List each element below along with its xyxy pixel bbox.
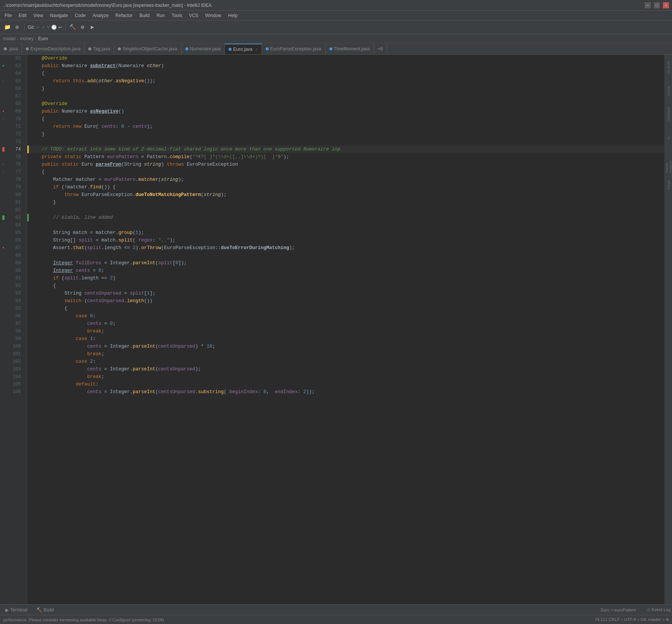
line-num-text: 91 <box>16 274 21 282</box>
menu-item-code[interactable]: Code <box>72 12 89 19</box>
code-text: // TODO: extract into some kind of 2-dec… <box>30 146 340 153</box>
code-text: { <box>30 305 67 312</box>
line-number-70: ▷70 <box>0 115 24 123</box>
tab-expensedescription-java[interactable]: ExpenseDescription.java <box>22 44 85 54</box>
code-text: if (split.length == 2) <box>30 274 116 282</box>
breadcrumb-item-model[interactable]: model <box>3 36 16 41</box>
toolbar-icon-build[interactable]: 🔨 <box>69 23 77 31</box>
bottom-tab-build[interactable]: 🔨 Build <box>33 607 58 613</box>
tab-euro-java[interactable]: Euro.java× <box>225 44 262 54</box>
side-icon-m[interactable]: m <box>665 127 672 149</box>
gutter-icon-105 <box>1 382 6 387</box>
line-number-87: ●87 <box>0 244 24 252</box>
toolbar-icon-debug[interactable]: ▶ <box>88 23 97 31</box>
code-text: } <box>30 130 45 138</box>
git-check-icon: ✓ <box>36 25 40 30</box>
menu-item-help[interactable]: Help <box>225 12 241 19</box>
menu-item-vcs[interactable]: VCS <box>186 12 202 19</box>
line-number-77: ▷77 <box>0 168 24 176</box>
toolbar-icon-run[interactable]: ⚙ <box>78 23 87 31</box>
menu-item-file[interactable]: File <box>2 12 15 19</box>
code-text: case 1: <box>30 335 96 343</box>
toolbar-icon-settings[interactable]: ⚙ <box>13 23 21 31</box>
side-icon-database[interactable]: Database <box>665 103 672 126</box>
line-number-81: 81 <box>0 199 24 206</box>
line-num-text: 62 <box>16 55 21 62</box>
tab-europarseexception-java[interactable]: EuroParseException.java <box>262 44 326 54</box>
tab-tag-java[interactable]: Tag.java <box>85 44 114 54</box>
menu-item-view[interactable]: View <box>30 12 46 19</box>
code-line-84 <box>27 221 664 229</box>
side-icon-maven[interactable]: Maven Projects <box>665 150 672 173</box>
tab--java[interactable]: .java <box>0 44 22 54</box>
breadcrumb: model›money›Euro <box>0 34 672 43</box>
tab-dot <box>229 48 232 51</box>
gutter-icon-86 <box>1 238 6 243</box>
code-text: @Override <box>30 100 67 108</box>
line-number-88: 88 <box>0 252 24 259</box>
code-line-90: Integer cents = 0; <box>27 267 664 274</box>
menu-item-refactor[interactable]: Refactor <box>113 12 136 19</box>
line-num-text: 94 <box>16 297 21 305</box>
tab-dot <box>26 47 29 50</box>
code-line-95: { <box>27 305 664 312</box>
tab-singletonobjectcache-java[interactable]: SingletonObjectCache.java <box>114 44 182 54</box>
tab-label: TimeMoment.java <box>334 46 370 52</box>
menu-item-navigate[interactable]: Navigate <box>47 12 71 19</box>
line-num-text: 82 <box>16 206 21 214</box>
code-text: } <box>30 85 45 93</box>
tab-dot <box>266 47 269 50</box>
gutter-icon-98 <box>1 329 6 334</box>
code-text: String centsUnparsed = split[1]; <box>30 290 155 297</box>
line-number-98: 98 <box>0 328 24 335</box>
status-left-text: performance. Please consider increasing … <box>3 618 164 622</box>
code-text: break; <box>30 328 104 335</box>
close-button[interactable]: × <box>663 2 669 8</box>
code-line-100: cents = Integer.parseInt(centsUnparsed) … <box>27 343 664 350</box>
breadcrumb-item-euro[interactable]: Euro <box>38 36 48 41</box>
tab-close-icon[interactable]: × <box>255 47 258 52</box>
line-num-text: 69 <box>16 108 21 115</box>
tab-dot <box>329 47 332 50</box>
code-text: return new Euro( cents: 0 - cents); <box>30 123 153 130</box>
code-text: String[] split = match.split( regex: ",.… <box>30 237 175 244</box>
maximize-button[interactable]: □ <box>654 2 660 8</box>
minimize-button[interactable]: − <box>645 2 651 8</box>
side-icon-oracle[interactable]: Oracle <box>665 80 672 102</box>
code-text: break; <box>30 350 104 358</box>
line-number-106: 106 <box>0 388 24 396</box>
menu-item-window[interactable]: Window <box>202 12 224 19</box>
line-num-text: 95 <box>16 305 21 312</box>
gutter-icon-66 <box>1 86 6 91</box>
tab-timemoment-java[interactable]: TimeMoment.java <box>326 44 374 54</box>
code-editor[interactable]: @Override public Numeraire substract(Num… <box>27 55 664 604</box>
toolbar: 📁 ⚙ Git: ✓ ✓ ⑂ 🕐 ↩ 🔨 ⚙ ▶ <box>0 20 672 34</box>
gutter-icon-73 <box>1 139 6 144</box>
code-text: cents = Integer.parseInt(centsUnparsed) … <box>30 343 215 350</box>
bottom-tab-terminal[interactable]: ▶ Terminal <box>2 607 31 613</box>
side-icon-cargo[interactable]: Cargo <box>665 174 672 196</box>
tab--6[interactable]: +6 <box>374 44 387 54</box>
gutter-icon-62 <box>1 56 6 61</box>
tab-numeraire-java[interactable]: Numeraire.java <box>182 44 225 54</box>
code-text: { <box>30 115 45 123</box>
menu-item-analyze[interactable]: Analyze <box>89 12 112 19</box>
breadcrumb-item-money[interactable]: money <box>20 36 34 41</box>
menu-item-run[interactable]: Run <box>154 12 168 19</box>
code-line-98: break; <box>27 328 664 335</box>
toolbar-icon-open[interactable]: 📁 <box>3 23 11 31</box>
window-controls: − □ × <box>645 2 669 8</box>
code-line-97: cents = 0; <box>27 320 664 328</box>
menu-item-edit[interactable]: Edit <box>16 12 30 19</box>
line-num-text: 100 <box>13 343 21 350</box>
menu-item-tools[interactable]: Tools <box>169 12 185 19</box>
status-bar: performance. Please consider increasing … <box>0 615 672 624</box>
line-num-text: 90 <box>16 267 21 274</box>
line-num-text: 106 <box>13 388 21 396</box>
code-line-65: return this.add(other.asNegative()); <box>27 77 664 85</box>
event-log-button[interactable]: ⚠ Event Log <box>647 607 670 612</box>
side-icon-artbuild[interactable]: Art Build <box>665 56 672 79</box>
code-line-69: public Numeraire asNegative() <box>27 108 664 115</box>
gutter-icon-75 <box>1 154 6 160</box>
menu-item-build[interactable]: Build <box>136 12 153 19</box>
